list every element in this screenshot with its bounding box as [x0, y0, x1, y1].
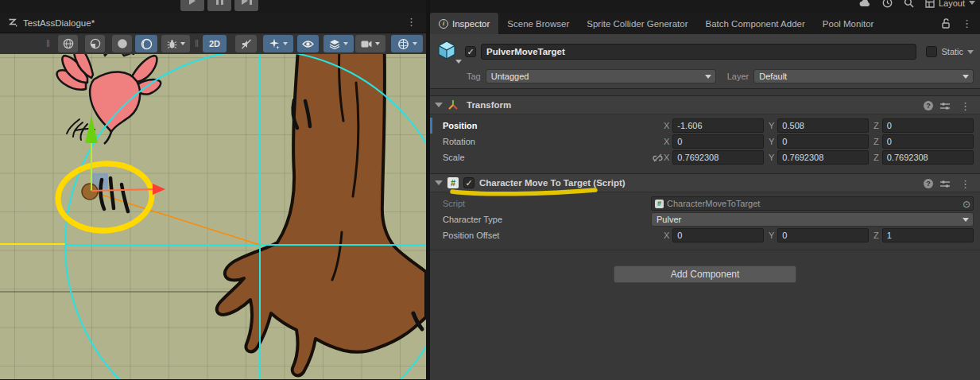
position-y-field[interactable]: 0.508	[777, 118, 869, 133]
toolbar-handle[interactable]: ‖	[46, 37, 51, 50]
mode-2d-button[interactable]: 2D	[203, 35, 227, 52]
position-x-field[interactable]: -1.606	[672, 118, 764, 133]
position-offset-x-field[interactable]: 0	[672, 228, 764, 242]
play-button[interactable]	[180, 0, 204, 11]
presets-icon[interactable]	[940, 180, 950, 188]
x-axis-arrowhead	[153, 184, 165, 195]
tab-inspector[interactable]: i Inspector	[430, 13, 498, 34]
scale-x-field[interactable]: 0.7692308	[672, 150, 764, 165]
kebab-menu-icon[interactable]: ⋮	[957, 101, 974, 111]
draw-mode-wireframe-button[interactable]	[58, 35, 78, 52]
wireframe-sphere-icon	[63, 38, 74, 49]
tab-batch-component-adder[interactable]: Batch Component Adder	[697, 13, 814, 34]
position-offset-y-field[interactable]: 0	[777, 228, 869, 242]
position-offset-z-field[interactable]: 1	[882, 228, 974, 242]
video-camera-icon	[361, 40, 372, 48]
gameobject-name-field[interactable]: PulverMoveTarget	[481, 44, 916, 60]
toolbar-handle[interactable]: ‖	[195, 37, 199, 50]
layers-icon	[329, 39, 340, 49]
tab-scene-browser[interactable]: Scene Browser	[498, 13, 578, 34]
foldout-icon[interactable]	[435, 103, 443, 107]
layout-grid-icon	[925, 0, 935, 8]
object-picker-icon[interactable]: ⊙	[963, 198, 970, 211]
chevron-down-icon	[413, 42, 417, 45]
move-target-sprite[interactable]	[82, 184, 98, 200]
mode-2d-label: 2D	[209, 39, 220, 48]
icon-dropdown-caret[interactable]	[455, 60, 462, 64]
presets-icon[interactable]	[940, 102, 950, 111]
camera-button[interactable]	[355, 35, 385, 52]
scale-z-field[interactable]: 0.7692308	[882, 150, 974, 165]
scene-tab-title: TestAssDialogue*	[23, 18, 95, 28]
rotation-label: Rotation	[443, 137, 651, 146]
axis-z-label: Z	[873, 231, 879, 240]
foldout-icon[interactable]	[435, 180, 443, 185]
position-z-field[interactable]: 0	[882, 118, 974, 133]
constrain-proportions-toggle[interactable]	[651, 153, 664, 162]
help-icon[interactable]: ?	[924, 101, 933, 111]
position-offset-label: Position Offset	[443, 231, 651, 240]
tab-sprite-collider-generator[interactable]: Sprite Collider Generator	[578, 13, 696, 34]
position-offset-row: Position Offset X0 Y0 Z1	[430, 227, 977, 243]
tag-label: Tag	[467, 72, 481, 81]
visibility-toggle-button[interactable]	[297, 35, 319, 52]
lock-icon[interactable]	[942, 18, 951, 29]
draw-mode-solid-button[interactable]	[112, 35, 132, 52]
scene-tab[interactable]: TestAssDialogue*	[0, 13, 103, 33]
pause-button[interactable]	[207, 0, 231, 11]
unity-editor-window: Layout TestAssDialogue* ⋮	[0, 0, 980, 380]
link-broken-icon	[653, 153, 663, 162]
tab-label: Pool Monitor	[823, 19, 874, 29]
tag-dropdown[interactable]: Untagged	[486, 69, 716, 83]
undo-history-icon[interactable]	[882, 0, 893, 8]
search-icon[interactable]	[904, 0, 914, 8]
layout-label: Layout	[939, 0, 965, 8]
script-header[interactable]: # ✓ Character Move To Target (Script) ? …	[430, 173, 980, 192]
axis-x-label: X	[664, 231, 669, 240]
draw-mode-crescent-button[interactable]	[135, 35, 157, 52]
axis-y-label: Y	[769, 137, 774, 146]
script-object-field[interactable]: # CharacterMoveToTarget ⊙	[651, 196, 974, 211]
step-button[interactable]	[234, 0, 258, 11]
chevron-down-icon	[180, 42, 185, 45]
static-dropdown-caret[interactable]	[967, 50, 974, 54]
axis-x-label: X	[664, 121, 669, 130]
layout-dropdown[interactable]: Layout	[925, 0, 975, 8]
rotation-y-field[interactable]: 0	[777, 134, 869, 149]
rotation-z-field[interactable]: 0	[882, 134, 974, 149]
inspector-kebab-menu-icon[interactable]: ⋮	[959, 18, 975, 29]
add-component-button[interactable]: Add Component	[614, 266, 796, 283]
chevron-down-icon	[375, 42, 380, 45]
tab-pool-monitor[interactable]: Pool Monitor	[814, 13, 883, 34]
debug-filter-button[interactable]	[161, 35, 190, 52]
layer-dropdown[interactable]: Default	[753, 69, 974, 83]
help-icon[interactable]: ?	[924, 179, 933, 188]
script-component: # ✓ Character Move To Target (Script) ? …	[430, 173, 980, 250]
scene-viewport[interactable]: ‖ ‖ 2D	[0, 33, 426, 379]
shaded-sphere-icon	[90, 38, 101, 49]
scene-gizmo-button[interactable]	[391, 35, 423, 52]
main-toolbar: Layout	[0, 0, 980, 13]
tree-sprite	[217, 33, 426, 375]
active-checkbox[interactable]: ✓	[465, 46, 476, 57]
chevron-down-icon	[969, 1, 975, 5]
layers-button[interactable]	[323, 35, 354, 52]
audio-mute-button[interactable]	[235, 35, 257, 52]
script-field-label: Script	[443, 199, 651, 208]
scale-y-field[interactable]: 0.7692308	[777, 150, 869, 165]
draw-mode-shaded-button[interactable]	[85, 35, 105, 52]
gameobject-icon-wrap[interactable]	[436, 40, 460, 64]
transform-header[interactable]: Transform ? ⋮	[430, 95, 980, 114]
lighting-toggle-button[interactable]	[263, 35, 293, 52]
character-type-dropdown[interactable]: Pulver	[651, 212, 974, 227]
character-type-value: Pulver	[657, 215, 681, 224]
rotation-x-field[interactable]: 0	[672, 134, 764, 149]
kebab-menu-icon[interactable]: ⋮	[957, 179, 974, 189]
inspector-tab-bar: i Inspector Scene Browser Sprite Collide…	[430, 13, 980, 34]
scale-label: Scale	[443, 153, 651, 162]
static-checkbox[interactable]: ✓	[926, 46, 937, 57]
component-enabled-checkbox[interactable]: ✓	[463, 177, 475, 188]
cloud-icon[interactable]	[858, 0, 871, 8]
script-row: Script # CharacterMoveToTarget ⊙	[430, 196, 977, 211]
scene-kebab-menu-icon[interactable]: ⋮	[403, 17, 420, 27]
